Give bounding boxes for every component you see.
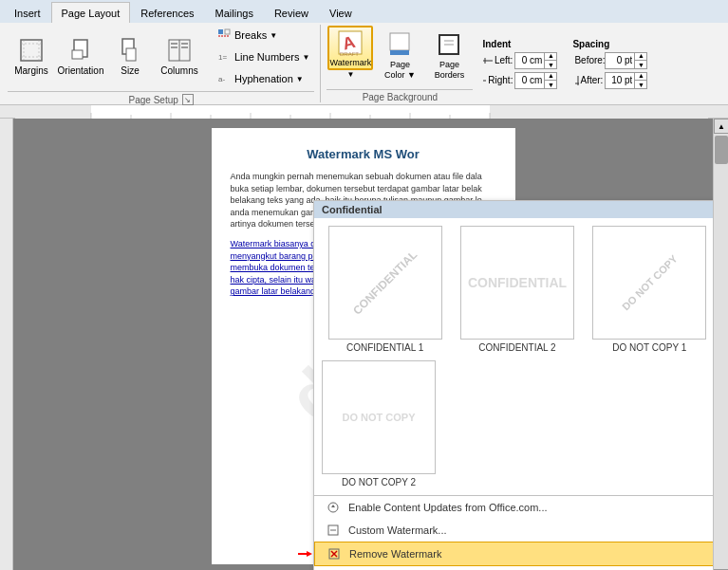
spacing-before-up[interactable]: ▲ <box>635 52 646 61</box>
watermark-label-confidential-2: CONFIDENTIAL 2 <box>478 342 555 353</box>
menu-enable-updates[interactable]: Enable Content Updates from Office.com..… <box>314 496 713 519</box>
watermark-icon: A DRAFT <box>335 28 365 58</box>
watermark-grid-bottom: DO NOT COPY DO NOT COPY 2 <box>314 360 713 495</box>
line-numbers-icon: 1= <box>216 49 232 64</box>
vertical-scrollbar: ▲ ▼ <box>713 119 728 570</box>
watermark-thumb-confidential-2: CONFIDENTIAL <box>460 226 574 340</box>
watermark-dropdown: Confidential CONFIDENTIAL CONFIDENTIAL 1… <box>313 200 713 570</box>
svg-rect-0 <box>21 40 42 61</box>
spacing-after-label: After: <box>572 75 603 86</box>
document-title: Watermark MS Wor <box>231 147 496 161</box>
remove-watermark-label: Remove Watermark <box>349 548 441 560</box>
line-numbers-button[interactable]: 1= Line Numbers ▼ <box>212 46 314 67</box>
page-background-label: Page Background <box>363 92 439 102</box>
menu-save-to-gallery: Save Selection to Watermark Gallery... <box>314 566 713 570</box>
watermark-button[interactable]: A DRAFT Watermark ▼ <box>327 25 374 85</box>
svg-rect-6 <box>72 50 83 59</box>
spacing-before-down[interactable]: ▼ <box>635 61 646 69</box>
indent-col: Indent Left: ▲ ▼ <box>482 39 557 89</box>
indent-left-input[interactable]: ▲ ▼ <box>514 52 557 69</box>
indent-left-down[interactable]: ▼ <box>545 61 556 69</box>
scroll-thumb[interactable] <box>715 136 728 164</box>
watermark-thumb-text-2: CONFIDENTIAL <box>468 275 567 290</box>
page-borders-label: PageBorders <box>435 60 465 81</box>
spacing-after-input[interactable]: ▲ ▼ <box>605 72 647 89</box>
spacing-before-input[interactable]: ▲ ▼ <box>605 52 647 69</box>
page-color-label: PageColor ▼ <box>384 60 416 81</box>
indent-label: Indent <box>482 39 557 49</box>
indent-right-up[interactable]: ▲ <box>545 72 556 81</box>
spacing-after-up[interactable]: ▲ <box>635 72 646 81</box>
remove-watermark-icon <box>327 546 342 561</box>
vertical-ruler <box>0 119 13 570</box>
watermark-dropdown-arrow[interactable]: ▼ <box>346 70 354 84</box>
breaks-icon <box>216 28 232 43</box>
indent-right-label: Right: <box>482 75 513 86</box>
line-numbers-label: Line Numbers <box>234 51 299 63</box>
watermark-item-confidential-1[interactable]: CONFIDENTIAL CONFIDENTIAL 1 <box>322 226 448 353</box>
indent-left-up[interactable]: ▲ <box>545 52 556 61</box>
margins-icon <box>16 35 47 65</box>
indent-spacing-group: Indent Left: ▲ ▼ <box>478 25 651 102</box>
tab-references[interactable]: References <box>130 2 204 23</box>
watermark-thumb-do-not-copy-1: DO NOT COPY <box>592 226 706 340</box>
svg-rect-13 <box>181 43 188 45</box>
menu-remove-watermark[interactable]: Remove Watermark <box>314 542 713 566</box>
svg-text:a-: a- <box>218 75 225 83</box>
custom-watermark-icon <box>326 523 341 538</box>
horizontal-ruler <box>0 105 728 119</box>
tab-review[interactable]: Review <box>264 2 319 23</box>
page-background-footer: Page Background <box>327 89 473 102</box>
orientation-button[interactable]: Orientation <box>57 25 104 85</box>
watermark-panel-header: Confidential <box>314 201 713 218</box>
breaks-button[interactable]: Breaks ▼ <box>212 25 314 46</box>
page-borders-button[interactable]: PageBorders <box>425 25 473 85</box>
spacing-before-label: Before: <box>572 55 603 66</box>
hyphenation-button[interactable]: a- Hyphenation ▼ <box>212 68 314 89</box>
custom-watermark-label: Custom Watermark... <box>348 524 447 536</box>
spacing-after-value[interactable] <box>606 73 634 88</box>
indent-right-down[interactable]: ▼ <box>545 81 556 89</box>
hyphenation-arrow: ▼ <box>296 75 304 83</box>
tab-bar: Insert Page Layout References Mailings R… <box>0 0 728 23</box>
page-color-button[interactable]: PageColor ▼ <box>376 25 423 85</box>
spacing-before-value[interactable] <box>606 53 634 68</box>
spacing-col: Spacing Before: ▲ ▼ <box>572 39 647 89</box>
svg-rect-11 <box>171 43 177 45</box>
scroll-track[interactable] <box>714 134 728 569</box>
tab-view[interactable]: View <box>319 2 363 23</box>
spacing-after-down[interactable]: ▼ <box>635 81 646 89</box>
watermark-label-do-not-copy-2: DO NOT COPY 2 <box>342 477 416 487</box>
watermark-label-confidential-1: CONFIDENTIAL 1 <box>346 342 423 353</box>
watermark-thumb-text-1: CONFIDENTIAL <box>350 248 420 317</box>
tab-mailings[interactable]: Mailings <box>205 2 264 23</box>
svg-rect-23 <box>390 33 409 50</box>
spacing-label: Spacing <box>572 39 647 49</box>
ribbon-content: Margins Orientation <box>0 23 728 104</box>
margins-button[interactable]: Margins <box>8 25 55 85</box>
tab-page-layout[interactable]: Page Layout <box>51 2 131 23</box>
watermark-thumb-do-not-copy-2: DO NOT COPY <box>322 360 436 474</box>
menu-custom-watermark[interactable]: Custom Watermark... <box>314 519 713 542</box>
enable-updates-icon <box>326 500 341 515</box>
indent-left-value[interactable] <box>515 53 544 68</box>
watermark-item-do-not-copy-2[interactable]: DO NOT COPY DO NOT COPY 2 <box>322 360 436 487</box>
svg-rect-16 <box>225 29 230 34</box>
indent-left-label: Left: <box>482 55 513 66</box>
svg-text:1=: 1= <box>218 53 227 62</box>
page-options-stack: Breaks ▼ 1= Line Numbers ▼ a- <box>212 25 314 89</box>
svg-rect-24 <box>390 50 409 55</box>
page-setup-launcher[interactable]: ↘ <box>182 94 194 105</box>
size-button[interactable]: Size <box>106 25 154 85</box>
indent-right-value[interactable] <box>515 73 544 88</box>
arrow-indicator <box>298 548 313 560</box>
watermark-item-confidential-2[interactable]: CONFIDENTIAL CONFIDENTIAL 2 <box>454 226 580 353</box>
watermark-thumb-confidential-1: CONFIDENTIAL <box>328 226 442 340</box>
columns-label: Columns <box>160 65 197 76</box>
enable-updates-label: Enable Content Updates from Office.com..… <box>348 502 548 513</box>
indent-right-input[interactable]: ▲ ▼ <box>514 72 557 89</box>
scroll-up-button[interactable]: ▲ <box>714 119 728 134</box>
watermark-item-do-not-copy-1[interactable]: DO NOT COPY DO NOT COPY 1 <box>587 226 713 353</box>
columns-button[interactable]: Columns <box>156 25 203 85</box>
tab-insert[interactable]: Insert <box>4 2 51 23</box>
